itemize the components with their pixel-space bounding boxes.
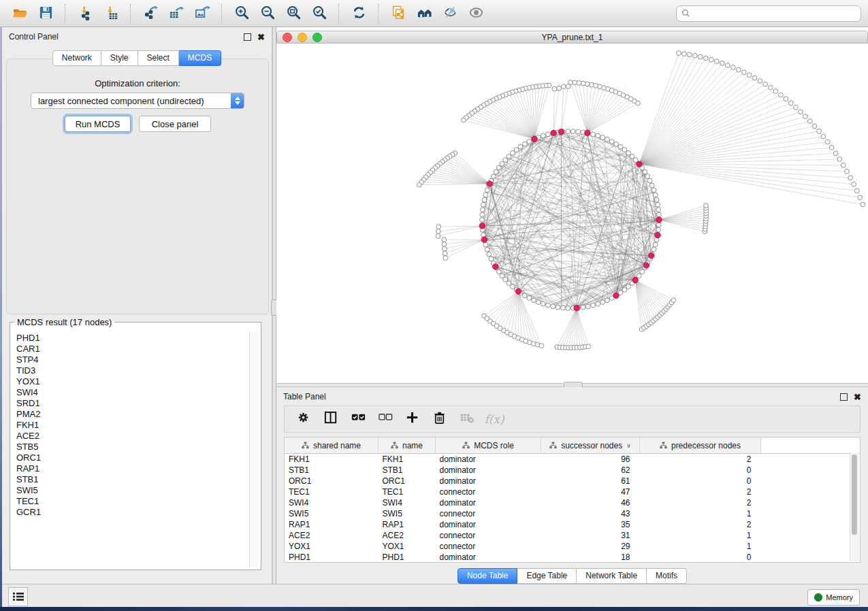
overview-icon [468, 5, 484, 22]
column-header-successor-nodes[interactable]: successor nodes∨ [541, 437, 640, 454]
export-table-button[interactable] [166, 3, 187, 24]
mcds-result-item[interactable]: RAP1 [16, 463, 250, 474]
memory-button[interactable]: Memory [807, 589, 860, 606]
column-header-MCDS-role[interactable]: MCDS role [436, 437, 541, 454]
zoom-out-button[interactable] [257, 3, 278, 24]
column-header-predecessor-nodes[interactable]: predecessor nodes [640, 437, 761, 454]
homes-icon [417, 5, 432, 22]
mcds-result-item[interactable]: GCR1 [16, 507, 250, 518]
add-column-button[interactable] [402, 409, 423, 429]
table-row[interactable]: STB1STB1dominator620 [285, 465, 860, 476]
cell-shared-name: TEC1 [285, 486, 379, 497]
mcds-result-item[interactable]: SWI4 [16, 387, 250, 398]
toggle-graphics-details-button[interactable] [440, 3, 460, 24]
mcds-result-item[interactable]: TEC1 [16, 496, 250, 507]
table-row[interactable]: YOX1YOX1connector291 [285, 541, 860, 552]
mcds-result-item[interactable]: STB5 [16, 442, 250, 452]
attribute-icon [391, 442, 398, 449]
float-panel-icon[interactable] [840, 393, 848, 401]
tab-node-table[interactable]: Node Table [457, 568, 518, 584]
save-session-button[interactable] [35, 3, 56, 24]
mcds-result-item[interactable]: TID3 [16, 365, 250, 376]
run-mcds-button[interactable]: Run MCDS [65, 116, 131, 132]
open-file-button[interactable] [10, 3, 30, 24]
show-welcome-screen-button[interactable] [414, 3, 434, 24]
deselect-all-rows-button[interactable] [375, 409, 396, 429]
close-panel-icon[interactable]: ✖ [257, 34, 265, 40]
column-header-name[interactable]: name [379, 437, 436, 454]
tab-mcds[interactable]: MCDS [179, 50, 221, 66]
select-all-rows-button[interactable] [348, 409, 368, 429]
table-row[interactable]: PHD1PHD1dominator180 [285, 552, 860, 563]
import-network-from-database-button[interactable] [388, 3, 408, 24]
split-table-panel-button[interactable] [321, 409, 341, 429]
network-canvas[interactable] [276, 44, 868, 383]
table-settings-button[interactable] [293, 409, 314, 429]
network-nodes[interactable] [417, 51, 865, 350]
export-table-icon [169, 5, 184, 22]
export-image-icon [195, 5, 210, 22]
zoom-fit-button[interactable] [283, 3, 304, 24]
optimization-criterion-select[interactable]: largest connected component (undirected) [31, 93, 244, 109]
cell-filler [761, 530, 861, 541]
node-table[interactable]: shared namenameMCDS rolesuccessor nodes∨… [284, 437, 861, 563]
table-row[interactable]: SWI4SWI4dominator462 [285, 497, 860, 508]
import-network-from-file-button[interactable] [75, 3, 95, 24]
tab-network[interactable]: Network [52, 50, 101, 66]
cell-predecessor-nodes: 2 [640, 486, 761, 497]
scrollbar-thumb[interactable] [852, 455, 857, 535]
search-box[interactable] [676, 5, 861, 22]
refresh-view-button[interactable] [349, 3, 369, 24]
toolbar-separator [65, 4, 66, 23]
mcds-result-item[interactable]: CAR1 [16, 344, 250, 354]
status-bar: Memory [2, 584, 868, 607]
table-row[interactable]: RAP1RAP1dominator352 [285, 519, 860, 530]
mcds-result-scrollbar[interactable] [249, 331, 259, 567]
mcds-result-item[interactable]: SWI5 [16, 485, 250, 496]
mcds-result-item[interactable]: STB1 [16, 474, 250, 485]
table-row[interactable]: ACE2ACE2connector311 [285, 530, 860, 541]
cell-filler [761, 497, 861, 508]
column-header-shared-name[interactable]: shared name [285, 437, 379, 454]
search-input[interactable] [694, 8, 856, 19]
close-panel-icon[interactable]: ✖ [854, 394, 861, 400]
cell-name: ACE2 [379, 530, 436, 541]
network-window-titlebar[interactable]: YPA_prune.txt_1 [276, 31, 868, 44]
cell-successor-nodes: 43 [541, 508, 640, 519]
close-panel-button[interactable]: Close panel [139, 116, 211, 132]
export-image-button[interactable] [192, 3, 212, 24]
import-table-from-file-button[interactable] [101, 3, 121, 24]
mcds-result-list[interactable]: PHD1CAR1STP4TID3YOX1SWI4SRD1PMA2FKH1ACE2… [12, 331, 250, 567]
export-network-button[interactable] [140, 3, 161, 24]
mcds-result-item[interactable]: ACE2 [16, 431, 250, 442]
tab-select[interactable]: Select [138, 50, 179, 66]
mcds-result-item[interactable]: PMA2 [16, 409, 250, 420]
table-row[interactable]: TEC1TEC1connector472 [285, 486, 860, 497]
table-row[interactable]: SWI5SWI5connector431 [285, 508, 860, 519]
mcds-result-group: MCDS result (17 nodes) PHD1CAR1STP4TID3Y… [10, 317, 261, 570]
table-row[interactable]: FKH1FKH1dominator962 [285, 454, 860, 465]
table-scrollbar[interactable] [850, 452, 859, 561]
tab-motifs[interactable]: Motifs [647, 568, 687, 584]
tab-network-table[interactable]: Network Table [577, 568, 647, 584]
cell-predecessor-nodes: 0 [640, 476, 761, 486]
panel-menu-button[interactable] [8, 587, 28, 606]
mcds-result-item[interactable]: PHD1 [16, 333, 250, 344]
cell-successor-nodes: 29 [541, 541, 640, 552]
cell-successor-nodes: 61 [541, 476, 640, 486]
show-network-overview-button[interactable] [466, 3, 486, 24]
mcds-result-item[interactable]: ORC1 [16, 452, 250, 463]
zoom-in-button[interactable] [231, 3, 252, 24]
tab-style[interactable]: Style [101, 50, 138, 66]
zoom-selected-button[interactable] [309, 3, 329, 24]
float-panel-icon[interactable] [244, 33, 251, 41]
mcds-result-item[interactable]: SRD1 [16, 398, 250, 409]
mcds-result-item[interactable]: FKH1 [16, 420, 250, 431]
delete-column-button[interactable] [430, 409, 450, 429]
mcds-result-item[interactable]: STP4 [16, 354, 250, 365]
cell-shared-name: SWI4 [285, 497, 379, 508]
mcds-result-item[interactable]: YOX1 [16, 376, 250, 387]
table-row[interactable]: ORC1ORC1dominator610 [285, 476, 860, 486]
tab-edge-table[interactable]: Edge Table [517, 568, 577, 584]
fx-icon: f(x) [484, 412, 504, 426]
